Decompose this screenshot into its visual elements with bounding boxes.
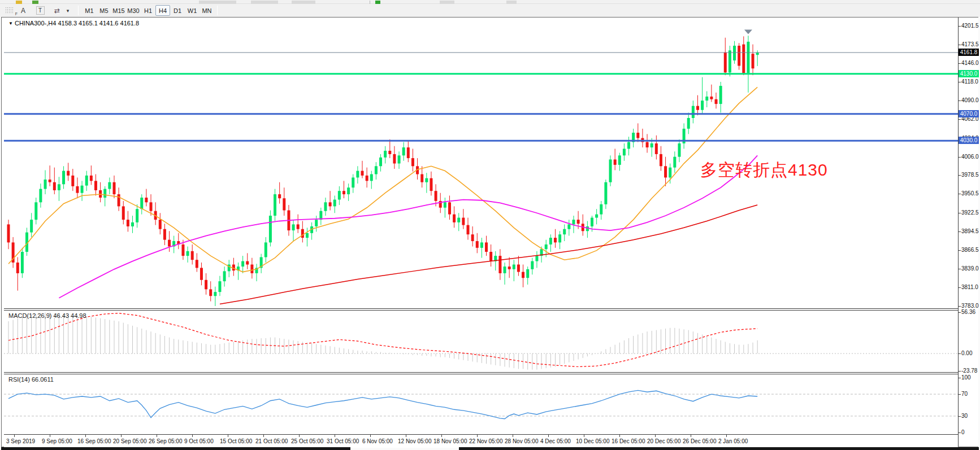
- axis-tick-mark: [959, 26, 961, 27]
- toolbar-separator: [217, 6, 218, 15]
- date-tick-label: 10 Dec 05:00: [576, 438, 610, 444]
- price-tick-label: 3811.0: [961, 284, 978, 290]
- rsi-tick-label: 0: [961, 429, 965, 435]
- ma-fast-orange: [8, 87, 757, 272]
- rsi-tick-label: 30: [961, 413, 968, 419]
- price-axis[interactable]: 4201.54173.54146.04118.04090.04062.04034…: [958, 18, 978, 447]
- date-tick-mark: [691, 435, 691, 437]
- text-label-icon[interactable]: A: [19, 5, 28, 16]
- text-label-glyph: A: [21, 7, 25, 15]
- axis-tick-mark: [959, 312, 961, 313]
- date-tick-label: 15 Oct 05:00: [220, 438, 252, 444]
- date-tick-label: 9 Sep 05:00: [42, 438, 72, 444]
- chart-ohlc-values: 4158.3 4165.1 4141.6 4161.8: [58, 20, 139, 27]
- axis-tick-mark: [959, 416, 961, 417]
- axis-tick-mark: [959, 269, 961, 269]
- timeframe-button-M1[interactable]: M1: [82, 5, 97, 16]
- axis-tick-mark: [959, 353, 961, 354]
- chart-toolbar: F A T ⇄ ▾ M1M5M15M30H1H4D1W1MN: [0, 4, 980, 17]
- pivot-line-4130-price-label: 4130.0: [959, 70, 979, 77]
- date-axis[interactable]: 3 Sep 20199 Sep 05:0016 Sep 05:0020 Sep …: [4, 434, 958, 448]
- axis-tick-mark: [959, 287, 961, 288]
- macd-pane: MACD(12,26,9) 46.43 44.98: [4, 311, 958, 372]
- timeframe-button-M5[interactable]: M5: [97, 5, 111, 16]
- date-tick-label: 22 Nov 05:00: [469, 438, 503, 444]
- chart-title-arrow-icon: ▼: [8, 21, 13, 26]
- price-tick-label: 4201.5: [961, 23, 979, 29]
- price-tick-label: 3922.5: [961, 209, 979, 216]
- price-tick-label: 3839.0: [961, 265, 979, 272]
- timeframe-button-W1[interactable]: W1: [185, 5, 200, 16]
- timeframe-button-H4[interactable]: H4: [155, 5, 170, 16]
- axis-tick-mark: [959, 194, 961, 194]
- clipped-upper-toolbar: [0, 0, 980, 4]
- lower-window-edge: [1, 447, 350, 450]
- date-tick-label: 2 Jan 05:00: [718, 438, 748, 444]
- date-tick-mark: [192, 435, 193, 437]
- timeframe-button-M15[interactable]: M15: [111, 5, 126, 16]
- date-tick-mark: [370, 435, 371, 437]
- price-tick-label: 4146.0: [961, 60, 979, 66]
- date-tick-mark: [228, 435, 228, 437]
- date-tick-mark: [513, 435, 513, 437]
- rsi-canvas[interactable]: [4, 374, 958, 434]
- crosshair-grid-icon[interactable]: F: [3, 5, 16, 16]
- date-tick-mark: [14, 435, 15, 437]
- timeframe-button-MN[interactable]: MN: [200, 5, 214, 16]
- cycle-symbols-icon[interactable]: ⇄: [51, 5, 63, 16]
- macd-histogram: [8, 312, 757, 369]
- price-tick-label: 3978.5: [961, 172, 979, 178]
- date-tick-label: 6 Nov 05:00: [362, 438, 393, 444]
- chinese-annotation-text: 多空转折点4130: [700, 159, 828, 182]
- date-tick-mark: [726, 435, 727, 437]
- axis-tick-mark: [959, 175, 961, 176]
- timeframe-button-M30[interactable]: M30: [126, 5, 141, 16]
- date-tick-mark: [655, 435, 656, 437]
- dropdown-caret-icon[interactable]: ▾: [64, 5, 71, 16]
- current-price-line-price-label: 4161.8: [959, 49, 979, 56]
- date-tick-label: 20 Sep 05:00: [113, 438, 147, 444]
- date-tick-mark: [548, 435, 549, 437]
- date-tick-label: 21 Oct 05:00: [255, 438, 288, 444]
- candles: [7, 36, 759, 306]
- date-tick-label: 4 Dec 05:00: [540, 438, 571, 444]
- date-tick-label: 20 Dec 05:00: [647, 438, 681, 444]
- date-tick-mark: [50, 435, 50, 437]
- rsi-tick-label: 70: [961, 391, 968, 397]
- axis-tick-mark: [959, 213, 961, 213]
- macd-signal-line: [8, 313, 757, 367]
- price-tick-label: 3783.0: [961, 303, 979, 309]
- date-tick-mark: [299, 435, 300, 437]
- price-tick-label: 3950.5: [961, 190, 979, 196]
- axis-tick-mark: [959, 394, 961, 395]
- macd-tick-label: -23.78: [961, 368, 977, 374]
- date-tick-label: 16 Dec 05:00: [612, 438, 645, 444]
- axis-tick-mark: [959, 432, 961, 433]
- date-tick-mark: [121, 435, 122, 437]
- sell-arrow-marker: [744, 30, 752, 34]
- chart-plot-area: ▼ CHINA300-,H4 4158.3 4165.1 4141.6 4161…: [4, 18, 958, 447]
- timeframe-button-D1[interactable]: D1: [170, 5, 185, 16]
- price-tick-label: 3866.5: [961, 247, 979, 253]
- date-tick-mark: [157, 435, 157, 437]
- date-tick-mark: [441, 435, 442, 437]
- rsi-pane: RSI(14) 66.0611: [4, 374, 958, 434]
- macd-canvas[interactable]: [4, 311, 958, 372]
- date-tick-label: 31 Oct 05:00: [327, 438, 359, 444]
- timeframe-button-H1[interactable]: H1: [141, 5, 155, 16]
- price-tick-label: 4118.0: [961, 78, 978, 85]
- date-tick-label: 28 Nov 05:00: [505, 438, 539, 444]
- text-box-glyph: T: [36, 6, 45, 15]
- date-tick-label: 3 Sep 2019: [6, 438, 35, 444]
- date-tick-mark: [406, 435, 406, 437]
- date-tick-label: 18 Nov 05:00: [433, 438, 467, 444]
- date-tick-mark: [263, 435, 264, 437]
- rsi-tick-label: 100: [961, 374, 971, 381]
- axis-tick-mark: [959, 45, 961, 45]
- chart-symbol: CHINA300-,H4: [15, 20, 56, 27]
- macd-tick-label: 56.36: [961, 309, 975, 315]
- date-tick-mark: [335, 435, 335, 437]
- date-tick-label: 26 Sep 05:00: [149, 438, 183, 444]
- text-box-icon[interactable]: T: [34, 5, 46, 16]
- chart-title: ▼ CHINA300-,H4 4158.3 4165.1 4141.6 4161…: [8, 20, 139, 27]
